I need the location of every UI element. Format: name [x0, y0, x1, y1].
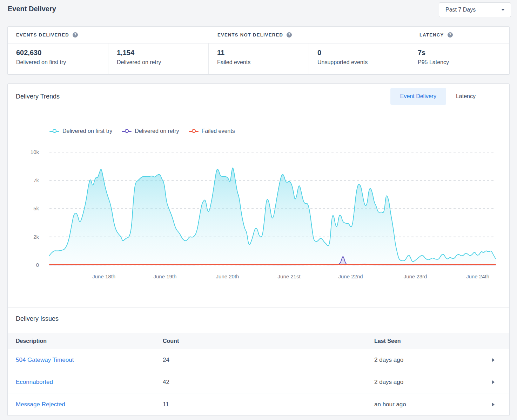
- stat-unsupported-events: 0 Unsupported events: [309, 43, 409, 74]
- legend-marker-icon: [49, 131, 59, 132]
- chevron-right-icon[interactable]: [492, 358, 495, 362]
- svg-text:2k: 2k: [33, 234, 39, 240]
- stat-label: P95 Latency: [418, 59, 509, 66]
- svg-text:7k: 7k: [33, 177, 39, 183]
- legend-label: Delivered on first try: [62, 128, 112, 134]
- column-header-count: Count: [163, 338, 374, 344]
- legend-item-retry[interactable]: Delivered on retry: [122, 128, 179, 134]
- stats-group-latency: LATENCY ?: [411, 27, 509, 43]
- svg-text:10k: 10k: [31, 149, 39, 155]
- table-row[interactable]: Econnaborted 42 2 days ago: [8, 371, 509, 393]
- stats-card: EVENTS DELIVERED ? EVENTS NOT DELIVERED …: [7, 26, 510, 75]
- legend-item-first-try[interactable]: Delivered on first try: [49, 128, 112, 134]
- stat-label: Delivered on retry: [117, 59, 208, 66]
- legend-marker-icon: [189, 131, 199, 132]
- section-divider: [8, 307, 509, 308]
- chevron-right-icon[interactable]: [492, 402, 495, 407]
- chart-legend: Delivered on first try Delivered on retr…: [49, 128, 235, 134]
- svg-text:June 21st: June 21st: [278, 273, 301, 279]
- svg-text:June 23rd: June 23rd: [404, 273, 427, 279]
- help-icon[interactable]: ?: [448, 32, 453, 38]
- time-range-select[interactable]: Past 7 Days: [439, 2, 511, 17]
- legend-item-failed[interactable]: Failed events: [189, 128, 235, 134]
- issue-link[interactable]: Message Rejected: [16, 401, 65, 408]
- svg-text:0: 0: [36, 262, 39, 268]
- stats-group-title: EVENTS NOT DELIVERED: [217, 32, 283, 38]
- delivery-issues-title: Delivery Issues: [16, 315, 59, 323]
- stat-value: 1,154: [117, 49, 208, 57]
- stats-values: 602,630 Delivered on first try 1,154 Del…: [8, 43, 509, 74]
- column-header-last-seen: Last Seen: [374, 338, 509, 344]
- stat-label: Unsupported events: [317, 59, 409, 66]
- issue-last-seen: 2 days ago: [374, 357, 509, 364]
- svg-text:June 24th: June 24th: [466, 273, 489, 279]
- stat-value: 0: [317, 49, 409, 57]
- stat-failed-events: 11 Failed events: [208, 43, 309, 74]
- issue-last-seen: 2 days ago: [374, 379, 509, 386]
- chevron-right-icon[interactable]: [492, 380, 495, 384]
- stat-value: 7s: [418, 49, 509, 57]
- issue-last-seen: an hour ago: [374, 401, 509, 408]
- legend-marker-icon: [122, 131, 132, 132]
- trends-tabs: Event Delivery Latency: [390, 88, 485, 105]
- stat-value: 11: [217, 49, 309, 57]
- issue-count: 42: [163, 379, 374, 386]
- issue-link[interactable]: Econnaborted: [16, 379, 53, 385]
- help-icon[interactable]: ?: [287, 32, 292, 38]
- svg-text:June 22nd: June 22nd: [338, 273, 363, 279]
- tab-event-delivery[interactable]: Event Delivery: [390, 88, 446, 105]
- svg-text:June 18th: June 18th: [92, 273, 115, 279]
- issue-link[interactable]: 504 Gateway Timeout: [16, 357, 74, 363]
- delivery-trends-card: Delivery Trends Event Delivery Latency D…: [7, 83, 510, 416]
- table-row[interactable]: 504 Gateway Timeout 24 2 days ago: [8, 349, 509, 371]
- page-title: Event Delivery: [8, 5, 56, 13]
- stat-label: Failed events: [217, 59, 309, 66]
- stats-group-title: LATENCY: [419, 32, 444, 38]
- chevron-down-icon: [501, 9, 505, 11]
- tab-latency[interactable]: Latency: [446, 88, 485, 105]
- svg-text:June 19th: June 19th: [153, 273, 176, 279]
- stat-delivered-first-try: 602,630 Delivered on first try: [8, 43, 108, 74]
- legend-label: Delivered on retry: [135, 128, 179, 134]
- stats-header: EVENTS DELIVERED ? EVENTS NOT DELIVERED …: [8, 27, 509, 43]
- stat-delivered-retry: 1,154 Delivered on retry: [108, 43, 208, 74]
- legend-label: Failed events: [202, 128, 235, 134]
- trends-title: Delivery Trends: [16, 93, 60, 100]
- delivery-trends-chart: 02k5k7k10kJune 18thJune 19thJune 20thJun…: [21, 146, 510, 286]
- issue-count: 24: [163, 357, 374, 364]
- event-delivery-page: Event Delivery Past 7 Days EVENTS DELIVE…: [0, 0, 517, 420]
- trends-header: Delivery Trends Event Delivery Latency: [8, 84, 509, 109]
- stat-value: 602,630: [16, 49, 108, 57]
- stats-group-events-not-delivered: EVENTS NOT DELIVERED ?: [209, 27, 411, 43]
- help-icon[interactable]: ?: [73, 32, 78, 38]
- svg-text:June 20th: June 20th: [216, 273, 239, 279]
- issue-count: 11: [163, 401, 374, 408]
- column-header-description: Description: [8, 338, 163, 344]
- issues-table-header: Description Count Last Seen: [8, 333, 509, 349]
- svg-text:5k: 5k: [33, 205, 39, 211]
- stat-label: Delivered on first try: [16, 59, 108, 66]
- time-range-value: Past 7 Days: [445, 7, 476, 13]
- stat-p95-latency: 7s P95 Latency: [409, 43, 509, 74]
- stats-group-events-delivered: EVENTS DELIVERED ?: [8, 27, 209, 43]
- delivery-issues-table: Description Count Last Seen 504 Gateway …: [8, 333, 509, 415]
- stats-group-title: EVENTS DELIVERED: [16, 32, 69, 38]
- table-row[interactable]: Message Rejected 11 an hour ago: [8, 393, 509, 415]
